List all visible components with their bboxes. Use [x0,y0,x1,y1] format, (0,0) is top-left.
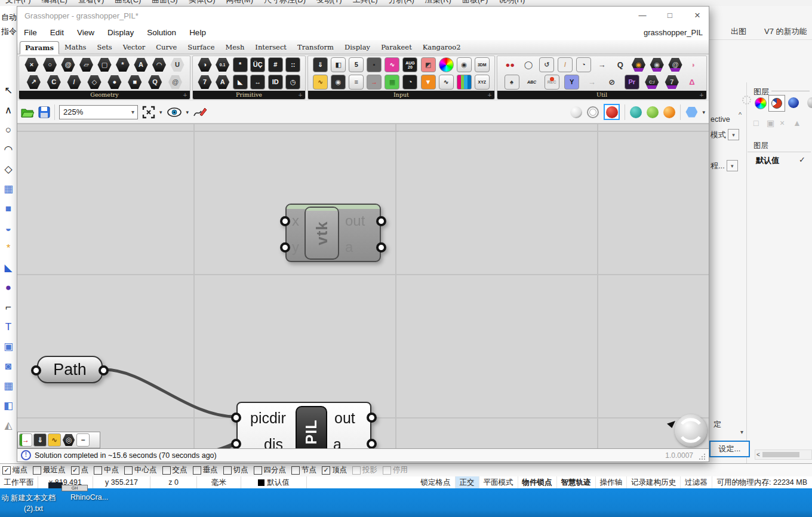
desktop-icon-label[interactable]: (2).txt [24,504,43,513]
rhino-menu-item[interactable]: 编辑(E) [36,0,73,5]
rhino-tool-blocks[interactable]: ▣ [1,338,16,354]
seven-x-icon[interactable]: 7 [665,75,679,90]
checkbox-icon[interactable] [124,466,133,475]
status-layer-cell[interactable]: 默认值 [241,476,307,488]
cells-icon[interactable]: :: [285,57,300,72]
checkbox-icon[interactable] [383,466,391,475]
custom-preview-orange-icon[interactable] [663,106,675,118]
tab-surface[interactable]: Surface [182,41,220,54]
new-layer-icon[interactable]: □ [753,118,758,128]
checkbox-icon[interactable] [291,466,300,475]
component-name-capsule[interactable]: PIL [296,406,327,449]
box-icon[interactable]: ▢ [97,57,112,72]
checkbox-icon[interactable] [223,466,232,475]
mesh-icon[interactable]: * [115,57,130,72]
swirl-x-icon[interactable]: @ [668,57,683,72]
boolean-icon[interactable]: ◑ [198,57,213,72]
osnap-投影[interactable]: 投影 [352,465,377,475]
tab-curve[interactable]: Curve [150,41,182,54]
tab-kangaroo2[interactable]: Kangaroo2 [417,41,466,54]
osnap-端点[interactable]: ✓端点 [2,465,27,475]
gh-menu-display[interactable]: Display [101,28,140,37]
zoom-out-icon[interactable]: Q [613,57,628,72]
xyz-icon[interactable]: XYZ [475,75,490,90]
burst-icon[interactable]: * [233,57,248,72]
preview-wireframe-icon[interactable] [587,106,599,118]
osnap-最近点[interactable]: 最近点 [33,465,66,475]
tab-mesh[interactable]: Mesh [220,41,250,54]
gh-menu-solution[interactable]: Solution [140,28,183,37]
param-x-icon[interactable]: × [24,57,39,72]
input-port[interactable] [31,365,41,376]
loop-icon[interactable]: ↺ [539,57,554,72]
tab-maths[interactable]: Maths [59,41,92,54]
component-pil[interactable]: picdir dis out a PIL [236,402,371,449]
osnap-四分点[interactable]: 四分点 [254,465,287,475]
rhino-tool-arc[interactable]: ◠ [1,141,16,157]
resize-grip[interactable] [699,453,705,460]
settings-button[interactable]: 设定... [709,441,750,457]
rhino-menu-item[interactable]: 文件(F) [0,0,36,5]
checkbox-icon[interactable] [254,466,262,475]
osnap-垂点[interactable]: 垂点 [193,465,218,475]
shadow-icon[interactable]: ◣ [233,75,248,90]
zoom-extents-icon[interactable] [142,106,155,119]
component-name-capsule[interactable]: vtk [304,207,339,260]
rhino-menu-item[interactable]: 曲面(S) [146,0,183,5]
rhino-menu-item[interactable]: 说明(H) [493,0,530,5]
graph-pink-icon[interactable]: ∿ [385,57,399,72]
surface-icon[interactable]: ◠ [152,57,167,72]
desktop-icon-label[interactable]: 动 新建文本文档 [1,493,56,503]
3dm-icon[interactable]: 3DM [475,57,490,72]
tree-icon[interactable]: ♠ [505,75,519,90]
rec-icon[interactable]: REC [545,75,559,90]
open-file-icon[interactable] [21,106,34,118]
line-icon[interactable]: / [67,75,82,90]
copy-layer-icon[interactable]: ▣ [767,118,774,128]
paint-icon[interactable]: ▼ [421,75,436,90]
brep-icon[interactable]: ■ [127,75,142,90]
gh-menu-file[interactable]: File [17,28,44,37]
flask-icon[interactable]: Δ [684,75,699,90]
checkbox-icon[interactable] [94,466,102,475]
sketch-pen-icon[interactable] [193,106,207,118]
rhino-tool-split[interactable]: ◧ [1,398,16,413]
slider-widget-icon[interactable]: ⇓ [33,433,47,447]
zoom-level-select[interactable]: 225% ▾ [59,105,138,119]
color-bars-icon[interactable] [457,75,472,90]
preview-off-icon[interactable] [570,106,582,118]
magnet-icon[interactable]: U [170,57,185,72]
input-port-y[interactable] [280,242,290,253]
status-cell[interactable]: y 355.217 [93,476,150,488]
delete-layer-icon[interactable]: × [780,118,785,128]
cd-icon[interactable]: ◗ [686,57,701,72]
knob-x-icon[interactable]: ◉ [650,57,665,72]
osnap-点[interactable]: ✓点 [71,465,89,475]
save-file-icon[interactable] [38,106,50,118]
curve-s-icon[interactable]: ∿ [439,75,454,90]
wire-path-to-picdir[interactable] [104,370,236,417]
rectangle-icon[interactable]: ◇ [87,75,102,90]
timer-icon[interactable]: ◔ [576,57,591,72]
hexagon-widget-icon[interactable]: ◎ [62,433,75,447]
group-expand-icon[interactable]: + [487,91,492,99]
scroll-up-icon[interactable]: ^ [739,111,742,118]
abc-script-icon[interactable]: ABC [524,75,539,90]
collapse-widget-icon[interactable]: − [76,433,90,447]
status-toggle-平面模式[interactable]: 平面模式 [479,476,518,488]
custom-preview-teal-icon[interactable] [630,106,642,118]
rhino-menu-item[interactable]: 尺寸标注(D) [259,0,311,5]
id-icon[interactable]: ID [268,75,283,90]
panel-icon[interactable]: ▪ [367,57,382,72]
matrix-icon[interactable]: # [268,57,283,72]
layer-state-tab[interactable] [768,95,785,112]
group-expand-icon[interactable]: + [298,91,303,99]
status-toggle-智慧轨迹[interactable]: 智慧轨迹 [557,476,596,488]
pencil-icon[interactable]: / [558,57,573,72]
domain-icon[interactable]: ↔ [250,75,265,90]
color-wheel-icon[interactable] [755,97,767,109]
status-toggle-锁定格点[interactable]: 锁定格点 [417,476,456,488]
scribble-icon[interactable]: ∿ [313,75,328,90]
tab-v7-new-features[interactable]: V7 的新功能 [764,26,807,37]
rhino-tool-surface[interactable]: ◒ [1,220,16,236]
